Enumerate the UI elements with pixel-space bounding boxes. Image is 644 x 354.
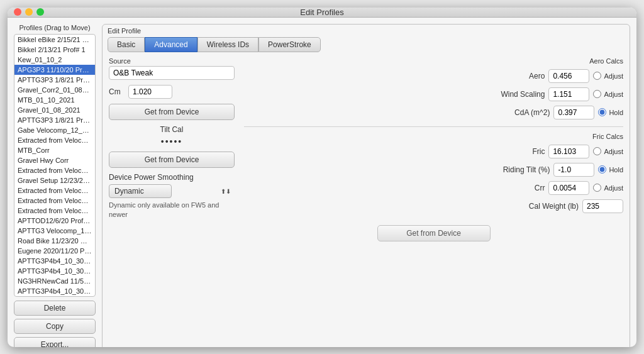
crr-radio-group: Adjust [593,184,623,192]
cda-label: CdA (m^2) [493,108,550,117]
riding-tilt-label: Riding Tilt (%) [493,165,550,174]
crr-input[interactable] [548,181,589,195]
list-item[interactable]: Bikkel 2/13/21 Prof# 1 [14,45,95,55]
list-item[interactable]: Gabe Velocomp_12_03_2 [14,125,95,135]
export-button[interactable]: Export... [14,337,96,347]
list-item[interactable]: Gravel Setup 12/23/20 Prof# 1, Twea... [14,175,95,185]
profiles-list[interactable]: Bikkel eBike 2/15/21 Prof# 1Bikkel 2/13/… [14,34,96,297]
list-item[interactable]: APTTG3P4b4_10_30_2020_0912_19... [14,286,95,296]
tabs-row: Basic Advanced Wireless IDs PowerStroke [103,37,630,52]
power-smoothing-section: Device Power Smoothing Dynamic ⬆⬇ Dynami… [109,173,235,220]
list-item[interactable]: Gravel Hwy Corr [14,155,95,165]
tab-right-section: Aero Calcs Aero Adjust Wind Scaling [244,57,623,347]
riding-tilt-input[interactable] [553,163,594,177]
tab-wireless-ids[interactable]: Wireless IDs [197,37,258,52]
titlebar-buttons [14,8,44,16]
cda-hold-radio[interactable] [598,108,606,116]
copy-button[interactable]: Copy [14,319,96,334]
minimize-button[interactable] [25,8,33,16]
close-button[interactable] [14,8,21,16]
list-item[interactable]: Gravel_Corr2_01_08_2021_0619_64... [14,85,95,95]
source-input[interactable] [109,66,235,80]
left-panel: Profiles (Drag to Move) Bikkel eBike 2/1… [14,24,96,347]
list-item[interactable]: Extracted from Velocomp_12_03_2 [14,135,95,145]
list-item[interactable]: Eugene 2020/11/20 Prof# 4 [14,246,95,256]
list-item[interactable]: Bikkel eBike 2/15/21 Prof# 1 [14,35,95,45]
wind-adjust-label: Adjust [604,91,623,98]
crr-adjust-radio[interactable] [593,184,601,192]
profiles-label: Profiles (Drag to Move) [14,24,96,31]
fric-label: Fric [488,147,545,156]
cm-field: Cm [109,85,235,99]
get-from-device-3-wrapper: Get from Device [244,221,623,241]
cda-hold-label: Hold [609,109,623,116]
aero-row: Aero Adjust [244,69,623,83]
tab-powerstroke[interactable]: PowerStroke [258,37,321,52]
crr-adjust-label: Adjust [604,184,623,192]
wind-adjust-radio[interactable] [593,90,601,98]
list-item[interactable]: APTTG3 Velocomp_11_28_2020_115... [14,226,95,236]
list-item[interactable]: Extracted from Velocomp_12_26_202... [14,196,95,206]
fric-radio-group: Adjust [593,147,623,155]
dynamic-select-arrow: ⬆⬇ [221,187,231,194]
cal-weight-row: Cal Weight (lb) [244,199,623,213]
riding-tilt-radio-group: Hold [598,165,623,174]
source-label: Source [109,57,235,65]
list-item[interactable]: APTTOD12/6/20 Prof #3 [14,216,95,226]
cal-weight-label: Cal Weight (lb) [522,202,579,211]
edit-profile-group: Edit Profile Basic Advanced Wireless IDs… [102,24,630,347]
list-item[interactable]: APTTG3P3 1/8/21 Prof #3, Tweaked [14,75,95,85]
titlebar: Edit Profiles [8,8,636,18]
aero-adjust-radio[interactable] [593,72,601,80]
get-from-device-button-1[interactable]: Get from Device [109,104,235,120]
fric-input[interactable] [548,145,589,158]
riding-tilt-row: Riding Tilt (%) Hold [244,163,623,177]
tab-advanced[interactable]: Advanced [145,37,197,52]
power-smoothing-label: Device Power Smoothing [109,173,235,182]
list-item[interactable]: APTTG3P4b4_10_30_2020_0912_19... [14,256,95,266]
get-from-device-button-2[interactable]: Get from Device [109,152,235,168]
maximize-button[interactable] [36,8,44,16]
tab-basic[interactable]: Basic [108,37,145,52]
list-item[interactable]: MTB_Corr [14,145,95,155]
fric-adjust-radio[interactable] [593,147,601,155]
right-panel: Edit Profile Basic Advanced Wireless IDs… [102,24,630,347]
cda-input[interactable] [553,106,594,119]
get-from-device-button-3[interactable]: Get from Device [377,225,491,241]
cm-input[interactable] [128,85,172,99]
aero-adjust-label: Adjust [604,72,623,80]
delete-button[interactable]: Delete [14,301,96,316]
fric-adjust-label: Adjust [604,148,623,155]
cda-radio-group: Hold [598,108,623,116]
list-item[interactable]: APTTG3P3 1/8/21 Prof #3 [14,115,95,125]
list-item[interactable]: MTB_01_10_2021 [14,95,95,105]
tilt-cal-section: Tilt Cal ••••• [109,125,235,147]
cal-weight-input[interactable] [582,199,623,213]
list-item[interactable]: Kew_01_10_2 [14,55,95,65]
source-section: Source [109,57,235,80]
list-item[interactable]: APG3P3 11/10/20 Prof #3, Tweaked [14,65,95,75]
riding-tilt-hold-label: Hold [609,166,623,174]
list-item[interactable]: NG3HRNewCad 11/5/20 Prof #4, Twe... [14,276,95,286]
tilt-cal-label: Tilt Cal [160,125,184,134]
aero-input[interactable] [548,69,589,83]
cda-row: CdA (m^2) Hold [244,106,623,119]
list-item[interactable]: Extracted from Velocomp_11_26_202... [14,165,95,175]
list-item[interactable]: Extracted from Velocomp_12_26_202... [14,185,95,196]
dynamic-select-wrapper: Dynamic ⬆⬇ [109,184,235,198]
list-item[interactable]: Road Bike 11/23/20 Prof# 2 [14,236,95,246]
crr-label: Crr [488,184,545,192]
list-item[interactable]: APTTG3P4b4_10_30_2020_0912_19... [14,266,95,276]
list-item[interactable]: Extracted from Velocomp_12_26_202... [14,206,95,216]
dynamic-select[interactable]: Dynamic [109,184,172,198]
riding-tilt-hold-radio[interactable] [598,165,606,174]
window-title: Edit Profiles [300,8,343,17]
wind-scaling-input[interactable] [548,87,589,101]
profiles-list-container: Profiles (Drag to Move) Bikkel eBike 2/1… [14,24,96,297]
main-window: Edit Profiles Profiles (Drag to Move) Bi… [8,8,636,347]
aero-label: Aero [488,72,545,80]
aero-calcs-label: Aero Calcs [244,57,623,65]
list-item[interactable]: Gravel_01_08_2021 [14,105,95,115]
fric-calcs-label: Fric Calcs [244,133,623,140]
dynamic-note: Dynamic only available on FW5 and newer [109,201,235,220]
